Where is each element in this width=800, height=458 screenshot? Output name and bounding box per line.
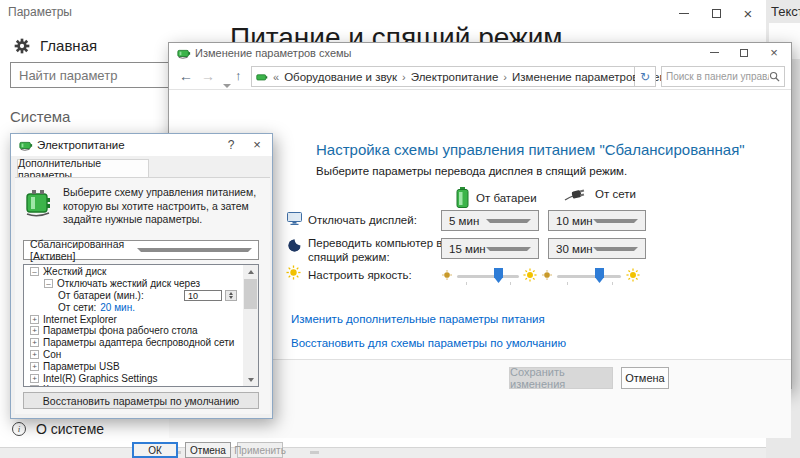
expand-icon[interactable]: + [30, 362, 39, 371]
close-icon: × [744, 5, 753, 22]
tree-item[interactable]: От сети:20 мин. [24, 301, 243, 313]
tree-item[interactable]: +Сон [24, 349, 243, 361]
spinner-buttons[interactable] [225, 290, 237, 301]
cp-titlebar[interactable]: Изменение параметров схемы × [169, 43, 791, 63]
address-bar[interactable]: « Оборудование и звук › Электропитание ›… [251, 66, 635, 87]
tree-item[interactable]: От батареи (мин.):10 [24, 290, 243, 302]
settings-window-controls: × [668, 0, 764, 26]
sidebar-item-about[interactable]: i О системе [12, 421, 104, 437]
maximize-button[interactable] [700, 0, 732, 26]
cancel-button[interactable]: Отмена [621, 367, 669, 389]
tree-item-label: Intel(R) Graphics Settings [43, 373, 158, 384]
slider-track[interactable] [557, 275, 621, 278]
minimize-icon [710, 52, 719, 53]
tree-item-label: От батареи (мин.): [58, 290, 144, 301]
sleep-ac-select[interactable]: 30 мин [548, 238, 646, 259]
ok-button[interactable]: ОК [132, 442, 178, 458]
cp-search-placeholder: Поиск в панели управления [666, 71, 769, 82]
sun-dim-icon [542, 270, 552, 280]
tree-item[interactable]: +Internet Explorer [24, 313, 243, 325]
sidebar-item-home[interactable]: Главная [14, 37, 97, 54]
power-options-icon [19, 138, 33, 152]
breadcrumb-item-hardware-sound[interactable]: Оборудование и звук [284, 71, 397, 83]
tree-item[interactable]: +Intel(R) Graphics Settings [24, 372, 243, 384]
display-icon [287, 212, 302, 225]
tree-scrollbar[interactable] [243, 265, 258, 386]
maximize-button[interactable] [729, 43, 759, 62]
back-button[interactable]: ← [179, 68, 193, 84]
tree-item[interactable]: –Жесткий диск [24, 266, 243, 278]
tree-item[interactable]: +Параметры адаптера беспроводной сети [24, 337, 243, 349]
tree-item[interactable]: +Параметры USB [24, 360, 243, 372]
expand-icon[interactable]: + [30, 350, 39, 359]
battery-minutes-input[interactable]: 10 [184, 290, 222, 301]
scroll-down-button[interactable] [243, 373, 258, 386]
expand-icon[interactable]: + [30, 385, 39, 387]
background-panel-label: Текст [771, 4, 800, 19]
power-plan-select[interactable]: Сбалансированная [Активен] [23, 240, 259, 260]
tree-item[interactable]: +Параметры фона рабочего стола [24, 325, 243, 337]
help-button[interactable]: ? [218, 134, 244, 155]
dialog-tab-page: Выберите схему управления питанием, кото… [15, 178, 270, 414]
settings-section-label: Система [10, 108, 70, 125]
slider-track[interactable] [457, 275, 519, 278]
minimize-button[interactable] [668, 0, 700, 26]
tree-item-label: Сон [43, 349, 61, 360]
forward-button[interactable]: → [201, 68, 215, 84]
triangle-down-icon [248, 378, 254, 382]
breadcrumb-item-power-options[interactable]: Электропитание [411, 71, 499, 83]
slider-thumb[interactable] [595, 268, 604, 283]
apply-button[interactable]: Применить [237, 442, 283, 458]
tree-item-label: Отключать жесткий диск через [57, 278, 200, 289]
restore-defaults-button[interactable]: Восстановить параметры по умолчанию [23, 392, 259, 409]
close-button[interactable]: × [244, 134, 270, 155]
power-options-dialog: Электропитание ? × Дополнительные параме… [10, 133, 273, 419]
scrollbar-thumb[interactable] [244, 279, 257, 309]
search-icon [769, 71, 780, 82]
brightness-ac-slider[interactable] [542, 266, 642, 286]
display-battery-select[interactable]: 5 мин [441, 210, 539, 231]
power-plan-icon [23, 186, 53, 227]
chevron-down-icon [486, 219, 531, 223]
save-changes-button[interactable]: Сохранить изменения [509, 367, 613, 389]
dialog-titlebar[interactable]: Электропитание ? × [11, 134, 272, 156]
ac-minutes-value[interactable]: 20 мин. [100, 302, 135, 313]
display-off-label: Отключать дисплей: [308, 214, 417, 226]
moon-icon [288, 239, 301, 252]
collapse-icon[interactable]: – [30, 267, 39, 276]
tree-item[interactable]: –Отключать жесткий диск через [24, 278, 243, 290]
advanced-power-settings-link[interactable]: Изменить дополнительные параметры питани… [291, 313, 545, 325]
up-button[interactable]: ↑ [235, 68, 242, 83]
gear-icon [14, 38, 30, 54]
slider-thumb[interactable] [494, 268, 503, 283]
screen: Параметры × [0, 0, 800, 458]
expand-icon[interactable]: + [30, 374, 39, 383]
expand-icon[interactable]: + [30, 326, 39, 335]
refresh-button[interactable]: ↻ [635, 66, 656, 87]
battery-icon [456, 187, 469, 208]
refresh-icon: ↻ [640, 70, 650, 84]
tree-item[interactable]: +Кнопки питания и крышка [24, 384, 243, 387]
minimize-button[interactable] [699, 43, 729, 62]
display-ac-select[interactable]: 10 мин [548, 210, 646, 231]
cp-search-input[interactable]: Поиск в панели управления [661, 66, 785, 87]
collapse-icon[interactable]: – [44, 279, 53, 288]
tab-advanced-settings[interactable]: Дополнительные параметры [17, 159, 149, 178]
power-options-icon [177, 46, 191, 60]
cancel-button[interactable]: Отмена [185, 442, 231, 458]
restore-defaults-link[interactable]: Восстановить для схемы параметры по умол… [291, 337, 566, 349]
maximize-icon [712, 9, 721, 18]
dialog-title: Электропитание [37, 139, 125, 151]
spin-up-icon [229, 292, 233, 295]
close-button[interactable]: × [732, 0, 764, 26]
recent-pages-dropdown[interactable] [223, 74, 231, 92]
brightness-battery-slider[interactable] [442, 266, 540, 286]
sleep-battery-select[interactable]: 15 мин [441, 238, 539, 259]
scroll-up-button[interactable] [243, 265, 258, 278]
expand-icon[interactable]: + [30, 338, 39, 347]
expand-icon[interactable]: + [30, 315, 39, 324]
chevron-down-icon [223, 84, 231, 88]
minimize-icon [679, 13, 689, 14]
breadcrumb-prefix: « [273, 71, 279, 83]
close-button[interactable]: × [759, 43, 789, 62]
